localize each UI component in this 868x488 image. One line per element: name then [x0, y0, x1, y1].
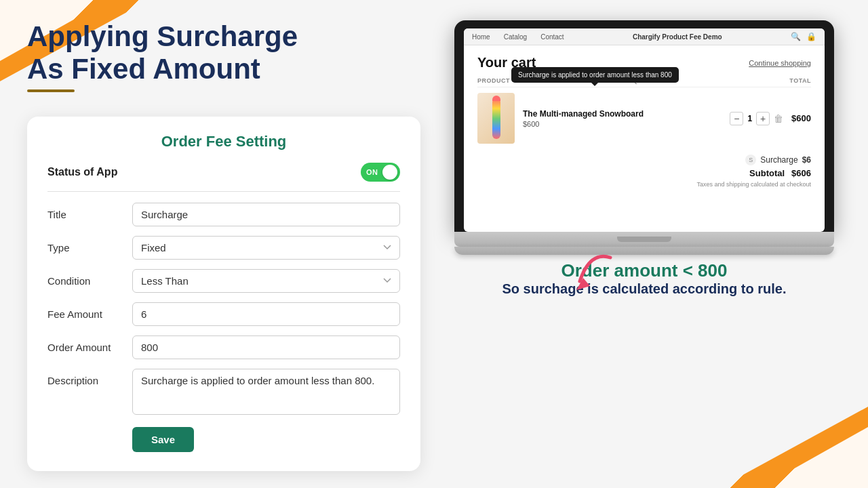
surcharge-amount: $6	[802, 155, 811, 165]
order-amount-row: Order Amount	[47, 336, 400, 359]
order-rule-line2: So surchage is calculated according to r…	[502, 281, 786, 297]
surcharge-label: Surcharge	[760, 155, 797, 165]
continue-shopping-link[interactable]: Continue shopping	[749, 59, 811, 67]
save-button[interactable]: Save	[132, 427, 194, 452]
type-row: Type Fixed	[47, 236, 400, 260]
site-title: Chargify Product Fee Demo	[578, 33, 777, 41]
title-underline	[27, 89, 75, 92]
arrow-indicator	[570, 244, 624, 301]
description-textarea[interactable]: Surcharge is applied to order amount les…	[132, 369, 400, 415]
quantity-controls: − 1 + 🗑	[730, 112, 783, 125]
fee-amount-row: Fee Amount	[47, 302, 400, 326]
laptop-screen-outer: Home Catalog Contact Chargify Product Fe…	[454, 20, 834, 232]
form-card-title: Order Fee Setting	[47, 133, 400, 150]
type-select[interactable]: Fixed	[132, 236, 400, 260]
qty-decrease-button[interactable]: −	[730, 112, 743, 125]
browser-icons: 🔍 🔒	[791, 32, 816, 41]
condition-select[interactable]: Less Than	[132, 269, 400, 293]
quantity-value: 1	[747, 114, 752, 123]
order-rule-line1: Order amount < 800	[502, 260, 786, 281]
cart-product-row: Surcharge is applied to order amount les…	[477, 93, 811, 144]
condition-row: Condition Less Than	[47, 269, 400, 293]
bottom-text-area: Order amount < 800 So surchage is calcul…	[502, 260, 786, 297]
search-icon[interactable]: 🔍	[791, 32, 801, 41]
form-card: Order Fee Setting Status of App ON Title…	[27, 117, 420, 471]
nav-link-catalog[interactable]: Catalog	[504, 33, 527, 41]
order-amount-input[interactable]	[132, 336, 400, 359]
curved-arrow-icon	[570, 244, 624, 298]
product-image	[477, 93, 515, 144]
main-title-text: Applying Surcharge As Fixed Amount	[27, 20, 420, 86]
product-price: $600	[523, 120, 722, 128]
col-total: TOTAL	[789, 77, 811, 84]
laptop-screen-inner: Home Catalog Contact Chargify Product Fe…	[464, 28, 825, 232]
right-panel: Home Catalog Contact Chargify Product Fe…	[448, 20, 841, 474]
laptop-base	[454, 232, 834, 247]
subtotal-line: Subtotal $606	[477, 168, 811, 178]
type-label: Type	[47, 236, 125, 253]
svg-marker-0	[576, 278, 590, 290]
product-total: $600	[791, 113, 811, 123]
subtotal-amount: $606	[791, 168, 811, 178]
surcharge-icon: S	[745, 155, 756, 165]
main-content: Applying Surcharge As Fixed Amount Order…	[0, 0, 868, 488]
title-input[interactable]	[132, 203, 400, 226]
description-label: Description	[47, 369, 125, 386]
qty-increase-button[interactable]: +	[756, 112, 770, 125]
browser-nav: Home Catalog Contact Chargify Product Fe…	[464, 28, 825, 45]
toggle-knob	[382, 165, 397, 180]
status-row: Status of App ON	[47, 163, 400, 192]
cart-area: Your cart Continue shopping PRODUCT QUAN…	[464, 45, 825, 197]
laptop-notch	[617, 237, 671, 242]
nav-link-home[interactable]: Home	[472, 33, 490, 41]
left-panel: Applying Surcharge As Fixed Amount Order…	[27, 20, 420, 474]
cart-subtotals: S Surcharge $6 Subtotal $606 Taxes and s…	[477, 155, 811, 188]
title-label: Title	[47, 203, 125, 220]
description-row: Description Surcharge is applied to orde…	[47, 369, 400, 415]
status-label: Status of App	[47, 166, 117, 178]
main-title: Applying Surcharge As Fixed Amount	[27, 20, 420, 103]
product-name: The Multi-managed Snowboard	[523, 109, 722, 119]
delete-button[interactable]: 🗑	[774, 113, 783, 124]
lock-icon: 🔒	[806, 32, 816, 41]
surcharge-tooltip: Surcharge is applied to order amount les…	[511, 67, 679, 83]
status-toggle[interactable]: ON	[361, 163, 400, 182]
laptop-mockup: Home Catalog Contact Chargify Product Fe…	[454, 20, 834, 255]
product-info: The Multi-managed Snowboard $600	[523, 109, 722, 128]
fee-amount-input[interactable]	[132, 302, 400, 326]
subtotal-label: Subtotal	[749, 168, 785, 178]
toggle-text: ON	[366, 168, 378, 176]
surcharge-line: S Surcharge $6	[477, 155, 811, 165]
col-product: PRODUCT	[477, 77, 510, 84]
laptop-foot	[454, 247, 834, 255]
title-row: Title	[47, 203, 400, 226]
tax-note: Taxes and shipping calculated at checkou…	[477, 181, 811, 188]
fee-amount-label: Fee Amount	[47, 302, 125, 320]
snowboard-graphic	[492, 98, 500, 139]
condition-label: Condition	[47, 269, 125, 287]
order-amount-label: Order Amount	[47, 336, 125, 353]
nav-link-contact[interactable]: Contact	[540, 33, 564, 41]
